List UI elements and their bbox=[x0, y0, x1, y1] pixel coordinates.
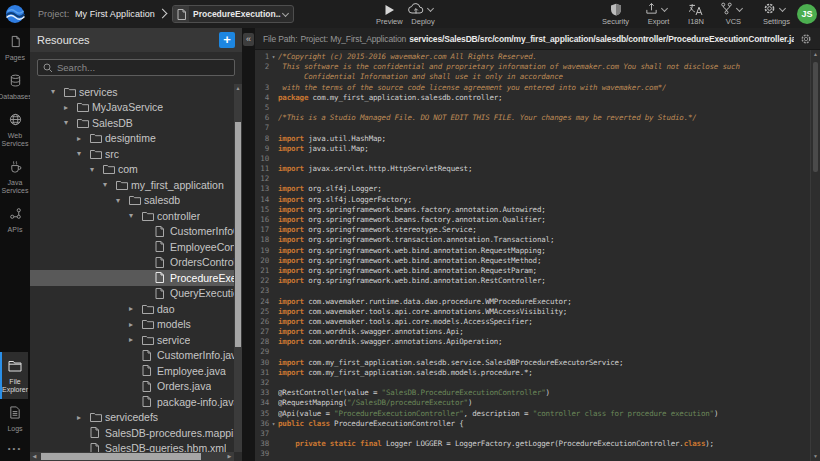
sidebar-item-java-services[interactable]: Java Services bbox=[0, 153, 28, 200]
scrollbar-thumb[interactable] bbox=[813, 62, 818, 172]
tree-item-salesdb-queries-hbm-xml[interactable]: SalesDB-queries.hbm.xml bbox=[30, 441, 234, 453]
tree-vertical-scrollbar[interactable]: ▲ bbox=[234, 84, 242, 452]
fold-arrow-icon[interactable]: ▾ bbox=[269, 419, 278, 429]
tree-item-dao[interactable]: ▸dao bbox=[30, 301, 234, 317]
fold-spacer bbox=[269, 123, 278, 133]
code-text: public class ProcedureExecutionControlle… bbox=[278, 419, 810, 429]
tree-item-my-first-application[interactable]: ▾my_first_application bbox=[30, 177, 234, 193]
code-text: @RequestMapping("/SalesDB/procedureExecu… bbox=[278, 398, 810, 408]
fold-spacer bbox=[269, 72, 278, 82]
tree-item-employeecontroller-java[interactable]: EmployeeController.java bbox=[30, 239, 234, 255]
line-number: 17 bbox=[255, 225, 269, 235]
scroll-right-icon[interactable]: ▶ bbox=[225, 452, 234, 461]
tree-item-models[interactable]: ▸models bbox=[30, 317, 234, 333]
sidebar-item-web-services[interactable]: Web Services bbox=[0, 106, 28, 153]
collapse-panel-button[interactable]: « bbox=[243, 33, 254, 46]
i18n-button[interactable]: I18N bbox=[688, 3, 704, 26]
collapse-arrow-icon[interactable]: ▾ bbox=[64, 118, 77, 127]
tree-item-designtime[interactable]: ▸designtime bbox=[30, 131, 234, 147]
fold-spacer bbox=[269, 113, 278, 123]
fold-spacer bbox=[269, 256, 278, 266]
fold-spacer bbox=[269, 215, 278, 225]
tree-item-salesdb[interactable]: ▾salesdb bbox=[30, 193, 234, 209]
tree-item-servicedefs[interactable]: ▸servicedefs bbox=[30, 410, 234, 426]
scroll-left-icon[interactable]: ◀ bbox=[30, 452, 39, 461]
expand-arrow-icon[interactable]: ▸ bbox=[129, 320, 142, 329]
code-line: 8import java.util.HashMap; bbox=[255, 134, 810, 144]
user-avatar[interactable]: JS bbox=[797, 4, 817, 24]
scroll-down-icon[interactable]: ▼ bbox=[811, 452, 820, 461]
expand-arrow-icon[interactable]: ▸ bbox=[129, 335, 142, 344]
sidebar-overflow-button[interactable]: ••• bbox=[0, 438, 30, 461]
scrollbar-thumb[interactable] bbox=[235, 122, 241, 347]
sidebar-item-label: Pages bbox=[5, 54, 25, 62]
resources-panel: Resources + ▾services▸MyJavaService▾Sale… bbox=[30, 28, 242, 461]
tree-item-salesdb[interactable]: ▾SalesDB bbox=[30, 115, 234, 131]
fold-arrow-icon[interactable]: ▾ bbox=[269, 52, 278, 62]
sidebar-item-databases[interactable]: Databases bbox=[0, 67, 28, 106]
tree-item-package-info-java[interactable]: package-info.java bbox=[30, 394, 234, 410]
fold-spacer bbox=[269, 297, 278, 307]
tree-item-service[interactable]: ▸service bbox=[30, 332, 234, 348]
sidebar-item-pages[interactable]: Pages bbox=[0, 28, 28, 67]
code-editor[interactable]: 1▾/*Copyright (c) 2015-2016 wavemaker.co… bbox=[255, 50, 810, 461]
fold-spacer bbox=[269, 174, 278, 184]
tree-item-queryexecutioncontroller-java[interactable]: QueryExecutionController.java bbox=[30, 286, 234, 302]
tree-item-procedureexecutioncontroller-java[interactable]: ProcedureExecutionController.java bbox=[30, 270, 234, 286]
tree-item-services[interactable]: ▾services bbox=[30, 84, 234, 100]
wavemaker-logo-icon[interactable] bbox=[0, 0, 30, 28]
scrollbar-thumb[interactable] bbox=[41, 453, 201, 460]
search-input[interactable] bbox=[57, 62, 229, 73]
tree-item-label: models bbox=[157, 318, 191, 330]
collapse-arrow-icon[interactable]: ▾ bbox=[51, 87, 64, 96]
editor-settings-gear-icon[interactable] bbox=[800, 33, 812, 45]
apis-icon bbox=[9, 206, 22, 224]
sidebar-item-logs[interactable]: Logs bbox=[0, 399, 28, 438]
fold-spacer bbox=[269, 358, 278, 368]
security-button[interactable]: Security bbox=[602, 3, 629, 26]
sidebar-item-label: APIs bbox=[8, 226, 23, 234]
tree-item-orderscontroller-java[interactable]: OrdersController.java bbox=[30, 255, 234, 271]
tree-item-controller[interactable]: ▾controller bbox=[30, 208, 234, 224]
file-explorer-icon bbox=[8, 358, 22, 376]
code-text bbox=[278, 154, 810, 164]
tree-item-salesdb-procedures-mappings-json[interactable]: SalesDB-procedures.mappings.json bbox=[30, 425, 234, 441]
gear-icon bbox=[763, 1, 776, 19]
tree-item-label: SalesDB bbox=[92, 117, 133, 129]
tree-item-orders-java[interactable]: Orders.java bbox=[30, 379, 234, 395]
sidebar-item-file-explorer[interactable]: File Explorer bbox=[0, 352, 28, 399]
file-selector-dropdown[interactable]: ProcedureExecution... bbox=[172, 5, 294, 23]
code-line: 22import org.springframework.web.bind.an… bbox=[255, 276, 810, 286]
scroll-up-icon[interactable]: ▲ bbox=[811, 50, 820, 59]
collapse-arrow-icon[interactable]: ▾ bbox=[103, 180, 116, 189]
collapse-arrow-icon[interactable]: ▾ bbox=[129, 211, 142, 220]
tree-item-employee-java[interactable]: Employee.java bbox=[30, 363, 234, 379]
tree-item-myjavaservice[interactable]: ▸MyJavaService bbox=[30, 100, 234, 116]
expand-arrow-icon[interactable]: ▸ bbox=[64, 103, 77, 112]
editor-vertical-scrollbar[interactable]: ▲ ▼ bbox=[810, 50, 820, 461]
tree-item-customerinfo-java[interactable]: CustomerInfo.java bbox=[30, 348, 234, 364]
deploy-button[interactable]: Deploy bbox=[408, 3, 438, 26]
line-number: 27 bbox=[255, 327, 269, 337]
add-resource-button[interactable]: + bbox=[219, 32, 235, 48]
code-editor-panel: File Path: Project: My_First_Application… bbox=[255, 28, 820, 461]
settings-button[interactable]: Settings bbox=[763, 3, 790, 26]
scroll-up-icon[interactable]: ▲ bbox=[234, 84, 242, 93]
code-text: import com.my_first_application.salesdb.… bbox=[278, 368, 810, 378]
line-number: 16 bbox=[255, 215, 269, 225]
sidebar-item-apis[interactable]: APIs bbox=[0, 200, 28, 239]
tree-horizontal-scrollbar[interactable]: ◀ ▶ bbox=[30, 452, 234, 461]
collapse-arrow-icon[interactable]: ▾ bbox=[116, 196, 129, 205]
code-text: @Api(value = "ProcedureExecutionControll… bbox=[278, 409, 810, 419]
collapse-arrow-icon[interactable]: ▾ bbox=[77, 149, 90, 158]
vcs-button[interactable]: VCS bbox=[720, 3, 747, 26]
tree-item-customerinfocontroller-java[interactable]: CustomerInfoController.java bbox=[30, 224, 234, 240]
expand-arrow-icon[interactable]: ▸ bbox=[129, 304, 142, 313]
expand-arrow-icon[interactable]: ▸ bbox=[77, 413, 90, 422]
expand-arrow-icon[interactable]: ▸ bbox=[77, 134, 90, 143]
tree-item-com[interactable]: ▾com bbox=[30, 162, 234, 178]
collapse-arrow-icon[interactable]: ▾ bbox=[90, 165, 103, 174]
export-button[interactable]: Export bbox=[645, 3, 672, 26]
preview-button[interactable]: Preview bbox=[376, 3, 403, 26]
tree-item-src[interactable]: ▾src bbox=[30, 146, 234, 162]
